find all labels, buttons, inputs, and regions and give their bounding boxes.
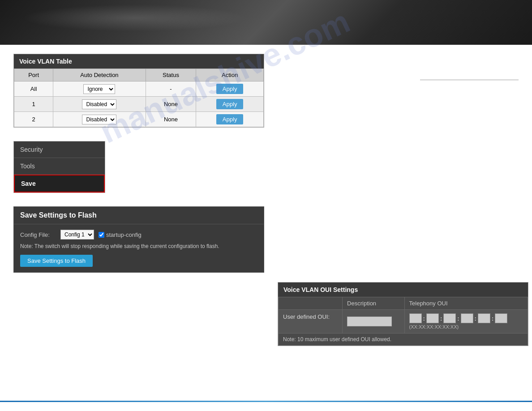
oui-table: Description Telephony OUI User defined O… — [278, 297, 528, 346]
colon-5: : — [492, 315, 493, 322]
apply-button-2[interactable]: Apply — [216, 114, 244, 124]
vlan-table: Port Auto Detection Status Action All Ig… — [14, 68, 264, 127]
auto-detection-all[interactable]: Ignore Enable Disable — [53, 81, 146, 97]
col-port: Port — [14, 69, 53, 81]
colon-3: : — [457, 315, 459, 322]
table-row: All Ignore Enable Disable - Apply — [14, 81, 264, 97]
port-1: 1 — [14, 97, 53, 112]
sidebar-item-save[interactable]: Save — [14, 175, 105, 193]
action-all[interactable]: Apply — [196, 81, 264, 97]
oui-container: Voice VLAN OUI Settings Description Tele… — [278, 282, 528, 346]
colon-1: : — [423, 315, 425, 322]
oui-col-telephony: Telephony OUI — [404, 297, 528, 310]
vlan-table-title: Voice VLAN Table — [14, 54, 264, 68]
auto-detection-1[interactable]: Disabled Enabled — [53, 97, 146, 112]
config-label: Config File: — [20, 231, 56, 238]
bottom-line — [0, 401, 532, 402]
oui-hex-3[interactable] — [443, 313, 456, 323]
oui-note-row: Note: 10 maximum user defined OUI allowe… — [279, 334, 528, 346]
auto-detection-select-1[interactable]: Disabled Enabled — [82, 99, 116, 109]
oui-col-description: Description — [343, 297, 404, 310]
oui-description-cell[interactable] — [343, 310, 404, 334]
save-flash-title: Save Settings to Flash — [14, 207, 264, 224]
oui-telephony-cell: : : : : : (XX:XX:XX:XX:XX:XX) — [404, 310, 528, 334]
col-action: Action — [196, 69, 264, 81]
oui-title: Voice VLAN OUI Settings — [278, 283, 528, 297]
status-1: None — [146, 97, 196, 112]
oui-hex-4[interactable] — [461, 313, 473, 323]
port-2: 2 — [14, 112, 53, 127]
port-all: All — [14, 81, 53, 97]
col-status: Status — [146, 69, 196, 81]
action-1[interactable]: Apply — [196, 97, 264, 112]
save-flash-note: Note: The switch will stop responding wh… — [20, 243, 257, 249]
config-select[interactable]: Config 1 Config 2 — [60, 230, 94, 240]
oui-format-hint: (XX:XX:XX:XX:XX:XX) — [409, 324, 523, 330]
status-2: None — [146, 112, 196, 127]
colon-4: : — [475, 315, 476, 322]
oui-row: User defined OUI: : : : : — [279, 310, 528, 334]
sidebar-item-security[interactable]: Security — [14, 141, 105, 158]
oui-description-input[interactable] — [347, 317, 392, 326]
oui-hex-2[interactable] — [426, 313, 439, 323]
main-content: Voice VLAN Table Port Auto Detection Sta… — [0, 45, 532, 282]
auto-detection-select-all[interactable]: Ignore Enable Disable — [83, 84, 115, 94]
startup-config-checkbox[interactable] — [99, 232, 104, 238]
config-row: Config File: Config 1 Config 2 startup-c… — [20, 230, 257, 240]
action-2[interactable]: Apply — [196, 112, 264, 127]
vlan-table-container: Voice VLAN Table Port Auto Detection Sta… — [13, 54, 264, 128]
table-row: 1 Disabled Enabled None Apply — [14, 97, 264, 112]
save-flash-body: Config File: Config 1 Config 2 startup-c… — [14, 224, 264, 272]
startup-config-label[interactable]: startup-config — [99, 231, 142, 238]
oui-hex-group: : : : : : — [409, 313, 523, 323]
col-auto-detection: Auto Detection — [53, 69, 146, 81]
auto-detection-select-2[interactable]: Disabled Enabled — [82, 115, 116, 124]
sidebar-item-tools[interactable]: Tools — [14, 158, 105, 175]
oui-hex-6[interactable] — [495, 313, 507, 323]
table-row: 2 Disabled Enabled None Apply — [14, 112, 264, 127]
startup-config-text: startup-config — [106, 231, 142, 238]
oui-row-label: User defined OUI: — [279, 310, 343, 334]
oui-hex-1[interactable] — [409, 313, 422, 323]
colon-2: : — [440, 315, 442, 322]
save-flash-container: Save Settings to Flash Config File: Conf… — [13, 206, 264, 273]
oui-note: Note: 10 maximum user defined OUI allowe… — [279, 334, 528, 346]
header-banner — [0, 0, 532, 45]
save-settings-button[interactable]: Save Settings to Flash — [20, 255, 93, 267]
oui-col-empty — [279, 297, 343, 310]
nav-menu: Security Tools Save — [13, 141, 105, 193]
apply-button-all[interactable]: Apply — [216, 84, 244, 94]
status-all: - — [146, 81, 196, 97]
auto-detection-2[interactable]: Disabled Enabled — [53, 112, 146, 127]
apply-button-1[interactable]: Apply — [216, 99, 244, 109]
oui-hex-5[interactable] — [478, 313, 490, 323]
